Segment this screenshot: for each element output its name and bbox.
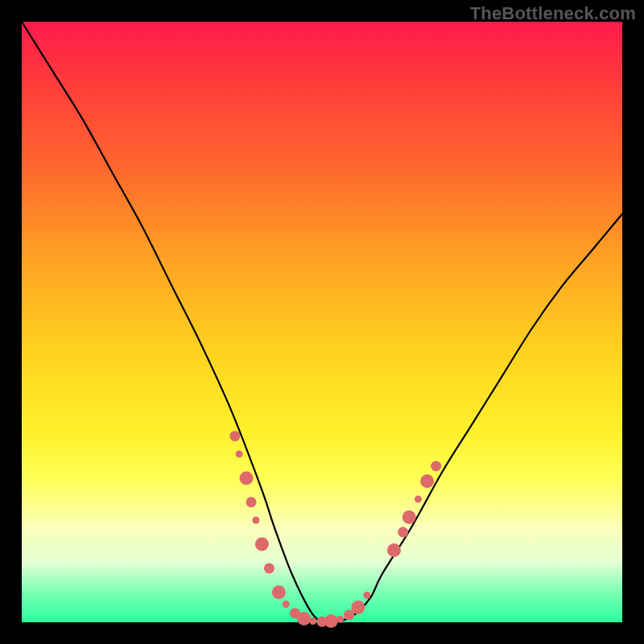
data-marker: [415, 496, 422, 503]
data-marker: [351, 601, 365, 614]
data-marker: [387, 543, 401, 557]
data-marker: [264, 563, 275, 573]
data-marker: [252, 517, 259, 524]
bottleneck-curve: [22, 22, 622, 623]
watermark-text: TheBottleneck.com: [470, 3, 636, 24]
data-marker: [229, 431, 240, 441]
data-marker: [336, 616, 344, 623]
data-marker: [309, 617, 316, 625]
chart-frame: [22, 22, 622, 622]
data-marker: [398, 527, 408, 538]
data-marker: [240, 472, 254, 485]
bottleneck-plot: [22, 22, 622, 622]
data-marker: [272, 585, 286, 599]
data-marker: [402, 510, 416, 524]
data-marker: [246, 497, 257, 507]
data-marker: [297, 612, 311, 625]
data-marker: [363, 592, 370, 599]
data-marker: [431, 461, 441, 472]
data-marker: [324, 614, 338, 628]
data-marker: [283, 601, 290, 608]
data-marker: [420, 474, 434, 488]
data-marker: [255, 538, 269, 551]
data-marker: [236, 451, 243, 458]
